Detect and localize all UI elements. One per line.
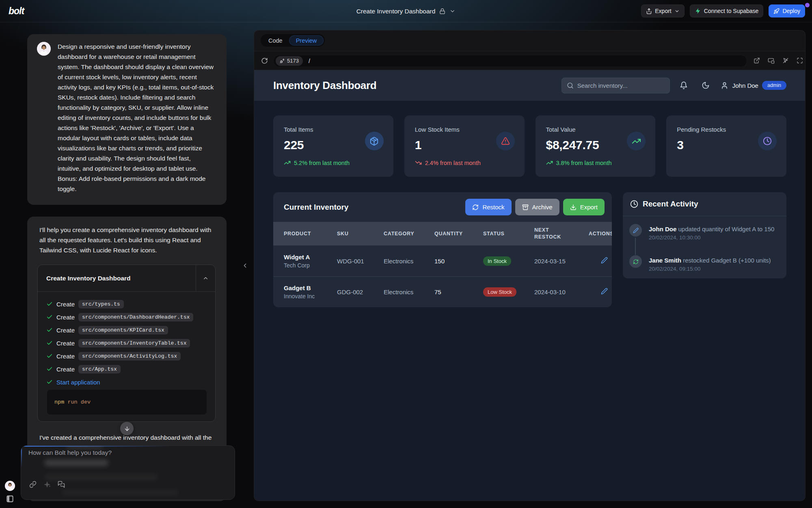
view-switcher: Code Preview	[261, 34, 325, 47]
lock-icon	[439, 8, 445, 14]
timeline-connector	[635, 238, 636, 255]
deploy-button[interactable]: Deploy	[769, 4, 805, 17]
restock-button[interactable]: Restock	[465, 199, 511, 215]
search-input[interactable]: Search inventory...	[561, 78, 670, 93]
check-icon	[46, 327, 53, 333]
chevron-down-icon	[449, 8, 456, 14]
status-badge: In Stock	[483, 256, 511, 266]
collapse-artifact-button[interactable]	[196, 265, 215, 291]
redaction-smudge	[45, 474, 158, 480]
user-icon[interactable]	[721, 82, 728, 89]
sku-cell: GDG-002	[337, 289, 384, 295]
link-icon[interactable]	[29, 481, 37, 488]
column-header: Status	[483, 230, 534, 237]
preview-frame: Inventory Dashboard Search inventory... …	[254, 70, 806, 501]
package-icon	[365, 132, 384, 150]
redaction-smudge	[62, 489, 179, 496]
notifications-bell-icon[interactable]	[680, 81, 688, 89]
kpi-total-items: Total Items 225 5.2% from last month	[273, 115, 393, 177]
start-application-link[interactable]: Start application	[56, 379, 100, 386]
top-bar: bolt Create Inventory Dashboard Export C…	[0, 0, 812, 22]
kpi-trend-text: 5.2% from last month	[294, 160, 350, 166]
action-verb: Create	[56, 301, 75, 308]
archive-button[interactable]: Archive	[515, 199, 559, 215]
port-badge[interactable]: 5173	[276, 56, 303, 66]
action-verb: Create	[56, 366, 75, 373]
redaction-smudge	[67, 445, 103, 449]
chat-input-placeholder: How can Bolt help you today?	[28, 449, 112, 456]
tab-preview[interactable]: Preview	[289, 35, 324, 46]
collapse-chat-icon[interactable]	[242, 262, 248, 269]
export-button[interactable]: Export	[641, 4, 684, 17]
column-header: Actions	[589, 230, 612, 237]
artifact-card: Create Inventory Dashboard Create src/ty…	[37, 265, 216, 422]
action-item: Create src/components/InventoryTable.tsx	[46, 336, 193, 350]
dashboard-title: Inventory Dashboard	[273, 79, 376, 92]
sidebar-toggle-icon[interactable]	[6, 495, 14, 503]
chat-bubbles-icon[interactable]	[58, 481, 65, 488]
project-title: Create Inventory Dashboard	[356, 8, 436, 15]
kpi-trend-text: 2.4% from last month	[425, 160, 481, 166]
table-row: Widget A Tech Corp WDG-001 Electronics 1…	[273, 245, 612, 276]
check-icon	[46, 379, 53, 385]
bulk-actions: Restock Archive Export	[465, 199, 612, 215]
action-file[interactable]: src/components/ActivityLog.tsx	[78, 352, 181, 360]
action-verb: Create	[56, 340, 75, 347]
chat-input[interactable]: How can Bolt help you today?	[21, 445, 235, 500]
fullscreen-icon[interactable]	[797, 57, 803, 64]
devices-icon[interactable]	[768, 57, 775, 64]
account-avatar[interactable]	[5, 481, 15, 491]
column-header: SKU	[337, 230, 384, 237]
activity-time: 20/02/2024, 09:15:00	[649, 266, 701, 272]
download-icon	[570, 204, 577, 211]
url-input[interactable]: 5173 /	[273, 55, 747, 67]
connect-supabase-button[interactable]: Connect to Supabase	[690, 4, 764, 17]
action-file[interactable]: src/App.tsx	[78, 365, 121, 373]
activity-title: Recent Activity	[643, 200, 698, 208]
action-item: Create src/types.ts	[46, 297, 193, 310]
terminal-block: npm run dev	[47, 390, 207, 415]
supabase-icon	[695, 8, 701, 14]
reload-icon[interactable]	[261, 57, 268, 64]
activity-user: Jane Smith	[649, 257, 681, 264]
chat-input-toolbar	[29, 480, 65, 488]
action-file[interactable]: src/components/InventoryTable.tsx	[78, 339, 190, 347]
tab-code[interactable]: Code	[262, 35, 289, 46]
category-cell: Electronics	[384, 258, 434, 265]
kpi-label: Total Value	[546, 126, 645, 133]
export-table-button[interactable]: Export	[563, 199, 605, 215]
action-file[interactable]: src/components/DashboardHeader.tsx	[78, 313, 193, 321]
action-item: Create src/components/DashboardHeader.ts…	[46, 310, 193, 323]
search-placeholder: Search inventory...	[577, 82, 628, 89]
scroll-to-bottom-button[interactable]	[120, 422, 134, 435]
quantity-cell[interactable]: 75	[434, 289, 483, 295]
trending-down-icon	[415, 159, 422, 166]
dark-mode-toggle-icon[interactable]	[702, 81, 710, 89]
status-dot	[805, 3, 810, 7]
action-item: Create src/components/KPICard.tsx	[46, 323, 193, 336]
kpi-trend-text: 3.8% from last month	[556, 160, 612, 166]
open-external-icon[interactable]	[754, 57, 760, 64]
edit-icon[interactable]	[601, 288, 608, 295]
sparkles-icon[interactable]	[43, 480, 51, 488]
product-supplier: Tech Corp	[284, 262, 337, 269]
table-row: Gadget B Innovate Inc GDG-002 Electronic…	[273, 276, 612, 307]
activity-action: restocked Gadget B (+100 units)	[681, 257, 771, 264]
action-file[interactable]: src/components/KPICard.tsx	[78, 326, 168, 334]
artifact-title: Create Inventory Dashboard	[38, 275, 196, 282]
quantity-cell[interactable]: 150	[434, 258, 483, 265]
artifact-actions: Create src/types.ts Create src/component…	[46, 297, 193, 389]
restock-date-cell: 2024-03-10	[534, 289, 589, 295]
status-badge: Low Stock	[483, 287, 516, 297]
inventory-title: Current Inventory	[273, 203, 465, 212]
dashboard-header-right: Search inventory... John Doe admin	[561, 70, 786, 101]
edit-icon[interactable]	[601, 257, 608, 264]
column-header: Quantity	[434, 230, 483, 237]
user-name: John Doe	[732, 82, 758, 89]
kpi-trend: 2.4% from last month	[415, 159, 481, 166]
trending-up-icon	[284, 159, 291, 166]
check-icon	[46, 366, 53, 372]
inspector-off-icon[interactable]	[782, 57, 789, 64]
activity-text: Jane Smith restocked Gadget B (+100 unit…	[649, 257, 783, 264]
action-file[interactable]: src/types.ts	[78, 300, 124, 308]
